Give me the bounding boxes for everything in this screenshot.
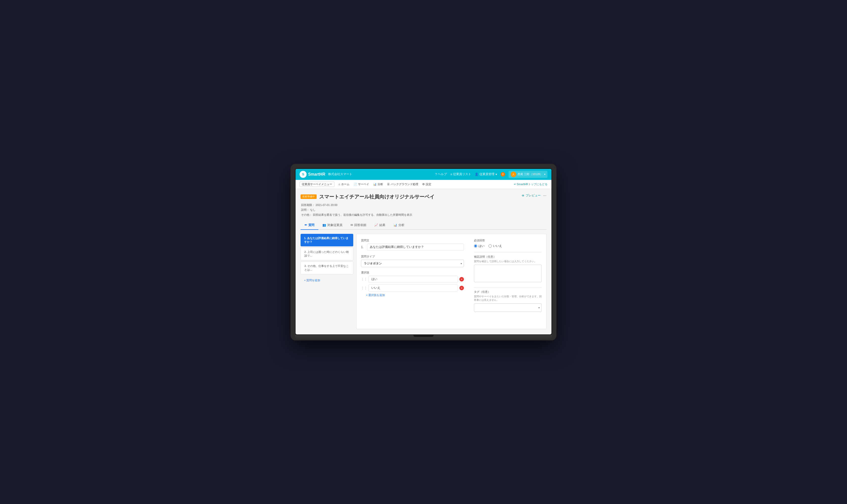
choices-label: 選択肢 <box>361 271 464 274</box>
supplement-section: 補足説明（任意） 質問を補足して説明したい場合には入力してください。 <box>474 255 542 283</box>
survey-menu-button[interactable]: 従業員サーベイメニュー <box>300 182 335 187</box>
header: S SmartHR 株式会社スマート ? ヘルプ ≡ 従業員リスト 👤 従業員管… <box>295 169 552 180</box>
nav-home[interactable]: ⌂ ホーム <box>339 182 349 186</box>
survey-icon: 📄 <box>354 183 357 186</box>
user-name: 西尾 三郎（10128） <box>518 172 543 176</box>
choices-group: 選択肢 ⋮⋮ × ⋮⋮ × <box>361 271 464 297</box>
nav-survey[interactable]: 📄 サーベイ <box>354 182 369 186</box>
divider-1 <box>474 252 542 252</box>
question-type-select[interactable]: ラジオボタン チェックボックス テキスト テキストエリア プルダウン <box>361 260 464 267</box>
back-to-top[interactable]: ↩ SmartHRトップにもどる <box>514 182 547 186</box>
tag-select[interactable] <box>474 303 542 312</box>
other-row: その他： 回答結果を匿名で扱う、送信後の編集を許可する、自動算出した所要時間を表… <box>301 213 546 217</box>
question-text-label: 質問文 <box>361 238 464 242</box>
question-text-group: 質問文 1. <box>361 238 464 251</box>
question-type-select-wrapper: ラジオボタン チェックボックス テキスト テキストエリア プルダウン ▾ <box>361 260 464 267</box>
question-type-group: 質問タイプ ラジオボタン チェックボックス テキスト テキストエリア プルダウン <box>361 255 464 267</box>
sidebar: 1. あなたは評価結果に納得していますか？ 2. 上司には困った時にどのくらい相… <box>301 234 353 329</box>
bg-icon: ☰ <box>387 183 390 186</box>
nav-background[interactable]: ☰ バックグラウンド処理 <box>387 182 418 186</box>
sub-nav: 従業員サーベイメニュー ⌂ ホーム 📄 サーベイ 📊 分析 ☰ バックグラウンド… <box>295 180 552 189</box>
description-row: 説明： なし <box>301 208 546 213</box>
laptop-bottom <box>295 335 552 340</box>
right-panel: 必須回答 はい いいえ <box>469 238 542 316</box>
header-right: ? ヘルプ ≡ 従業員リスト 👤 従業員管理 ▾ 0 人 西尾 三郎（10 <box>435 171 547 178</box>
tag-section: タグ（任意） 質問やサーベイをまたいだ分類・管理、分析ができます。回答者には見え… <box>474 290 542 312</box>
choice-item-1: ⋮⋮ × <box>361 276 464 283</box>
preview-button[interactable]: 👁 プレビュー <box>522 194 541 198</box>
sidebar-item-q1[interactable]: 1. あなたは評価結果に納得していますか？ <box>301 234 353 246</box>
question-text-area: 1. <box>361 244 464 251</box>
drag-handle-2-icon[interactable]: ⋮⋮ <box>361 286 367 290</box>
tab-analysis[interactable]: 📊 分析 <box>390 221 409 230</box>
chart-icon: 📈 <box>374 223 378 227</box>
required-yes-radio[interactable] <box>474 244 477 248</box>
tab-target[interactable]: 👥 対象従業員 <box>318 221 346 230</box>
company-name: 株式会社スマート <box>328 172 352 176</box>
page-title: スマートエイチアール社員向けオリジナルサーベイ <box>319 194 435 200</box>
sidebar-item-q3[interactable]: 3. その他、仕事をする上で不安なことは... <box>301 262 353 274</box>
eye-icon: 👁 <box>522 194 525 197</box>
drag-handle-icon[interactable]: ⋮⋮ <box>361 277 367 281</box>
nav-settings[interactable]: ⚙ 設定 <box>422 182 431 186</box>
tab-results[interactable]: 📈 結果 <box>370 221 390 230</box>
editor-form-row: 質問文 1. 質問タイプ <box>361 238 542 316</box>
question-number: 1. <box>361 245 365 249</box>
meta-info: 回答期限： 2021-07-01 20:00 説明： なし その他： 回答結果を… <box>301 203 546 217</box>
user-menu[interactable]: 人 西尾 三郎（10128） ▾ <box>508 171 547 178</box>
back-icon: ↩ <box>514 183 516 186</box>
choice-input-1[interactable] <box>368 276 458 283</box>
supplement-hint: 質問を補足して説明したい場合には入力してください。 <box>474 260 542 263</box>
help-nav[interactable]: ? ヘルプ <box>435 172 447 176</box>
home-icon: ⌂ <box>339 183 340 186</box>
required-no-radio[interactable] <box>488 244 492 248</box>
content-area: 1. あなたは評価結果に納得していますか？ 2. 上司には困った時にどのくらい相… <box>301 234 546 329</box>
logo[interactable]: S SmartHR <box>300 171 325 178</box>
main-content: 依頼準備中 スマートエイチアール社員向けオリジナルサーベイ 👁 プレビュー ··… <box>295 189 552 335</box>
tag-label: タグ（任意） <box>474 290 542 294</box>
laptop-notch <box>413 335 434 337</box>
divider-2 <box>474 287 542 288</box>
title-actions: 👁 プレビュー ··· <box>522 194 546 198</box>
sub-nav-left: 従業員サーベイメニュー ⌂ ホーム 📄 サーベイ 📊 分析 ☰ バックグラウンド… <box>300 182 431 187</box>
question-text-input[interactable] <box>367 244 464 251</box>
required-no-label: いいえ <box>488 244 502 248</box>
more-button[interactable]: ··· <box>543 194 546 198</box>
supplement-label: 補足説明（任意） <box>474 255 542 259</box>
notification-badge[interactable]: 0 <box>501 172 505 177</box>
nav-analysis[interactable]: 📊 分析 <box>373 182 383 186</box>
required-radio-group: はい いいえ <box>474 244 542 248</box>
analysis-icon: 📊 <box>373 183 377 186</box>
question-type-label: 質問タイプ <box>361 255 464 258</box>
analysis-tab-icon: 📊 <box>393 223 397 227</box>
tab-questions[interactable]: ✏ 質問 <box>301 221 318 230</box>
chevron-down-icon: ▾ <box>495 173 497 176</box>
required-section: 必須回答 はい いいえ <box>474 238 542 248</box>
required-label: 必須回答 <box>474 238 542 242</box>
question-icon: ? <box>435 173 437 176</box>
form-left: 質問文 1. 質問タイプ <box>361 238 464 316</box>
required-yes-label: はい <box>474 244 485 248</box>
employee-list-nav[interactable]: ≡ 従業員リスト <box>450 172 471 176</box>
add-choice-button[interactable]: + 選択肢を追加 <box>361 293 464 297</box>
gear-icon: ⚙ <box>422 183 425 186</box>
add-question-button[interactable]: + 質問を追加 <box>301 276 353 284</box>
sidebar-item-q2[interactable]: 2. 上司には困った時にどのくらい相談で... <box>301 247 353 260</box>
logo-icon: S <box>300 171 307 178</box>
employee-mgmt-nav[interactable]: 👤 従業員管理 ▾ <box>475 172 497 176</box>
supplement-textarea[interactable] <box>474 265 542 282</box>
tag-select-wrapper: ▾ <box>474 303 542 312</box>
send-icon: ✉ <box>350 223 353 227</box>
person-icon: 👤 <box>475 173 479 176</box>
tab-request[interactable]: ✉ 回答依頼 <box>346 221 370 230</box>
remove-choice-2-button[interactable]: × <box>459 286 464 290</box>
choice-input-2[interactable] <box>368 285 458 291</box>
logo-text: SmartHR <box>308 172 325 177</box>
avatar: 人 <box>510 172 516 177</box>
remove-choice-1-button[interactable]: × <box>459 277 464 282</box>
deadline-row: 回答期限： 2021-07-01 20:00 <box>301 203 546 208</box>
choice-item-2: ⋮⋮ × <box>361 285 464 291</box>
header-left: S SmartHR 株式会社スマート <box>300 171 352 178</box>
tag-hint: 質問やサーベイをまたいだ分類・管理、分析ができます。回答者には見えません。 <box>474 295 542 302</box>
people-icon: 👥 <box>322 223 326 227</box>
